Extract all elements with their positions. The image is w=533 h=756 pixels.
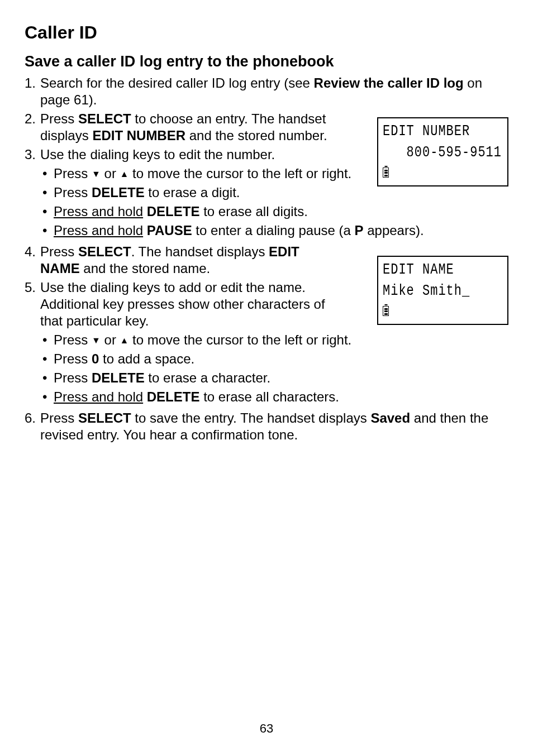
sub-bullet: • Press and hold PAUSE to enter a dialin… [40, 222, 508, 239]
bullet-dot: • [40, 351, 54, 367]
sub-bullet-list: • Press ▼ or ▲ to move the cursor to the… [40, 332, 508, 405]
sub-bullet: • Press and hold DELETE to erase all cha… [40, 389, 508, 405]
step-number: 3. [25, 146, 40, 241]
text: to erase a character. [145, 370, 270, 385]
text: to erase a digit. [145, 185, 240, 200]
underline-text: Press and hold [54, 204, 143, 219]
step-1: 1. Search for the desired caller ID log … [25, 75, 508, 108]
triangle-up-icon: ▲ [120, 169, 129, 179]
triangle-up-icon: ▲ [120, 336, 129, 345]
sub-bullet: • Press ▼ or ▲ to move the cursor to the… [40, 332, 508, 348]
bold-key: P [355, 223, 364, 238]
bold-key: DELETE [147, 204, 200, 219]
triangle-down-icon: ▼ [92, 169, 101, 179]
underline-text: Press and hold [54, 223, 143, 238]
bullet-dot: • [40, 370, 54, 386]
bold-key: 0 [92, 351, 99, 366]
bullet-dot: • [40, 332, 54, 348]
step-6: 6. Press SELECT to save the entry. The h… [25, 410, 508, 443]
bold-key: Saved [370, 410, 410, 425]
bold-key: PAUSE [147, 223, 192, 238]
bullet-dot: • [40, 184, 54, 201]
text: or [101, 332, 120, 347]
page-title-h2: Save a caller ID log entry to the phoneb… [25, 53, 508, 70]
lcd-line: Mike Smith_ [383, 281, 503, 300]
bold-key: SELECT [78, 111, 131, 126]
text: Press [54, 166, 92, 181]
sub-bullet: • Press DELETE to erase a digit. [40, 184, 508, 201]
page-title-h1: Caller ID [25, 22, 508, 43]
text: to enter a dialing pause (a [192, 223, 355, 238]
bullet-body: Press and hold PAUSE to enter a dialing … [54, 222, 508, 239]
battery-icon [383, 304, 503, 321]
bullet-dot: • [40, 389, 54, 405]
text: . The handset displays [131, 244, 269, 259]
lcd-panel-edit-number: EDIT NUMBER 800-595-9511 [377, 117, 508, 186]
bullet-body: Press and hold DELETE to erase all digit… [54, 203, 508, 220]
bullet-body: Press and hold DELETE to erase all chara… [54, 389, 508, 405]
text: Press [40, 410, 78, 425]
step-number: 4. [25, 243, 40, 277]
text: or [101, 166, 120, 181]
bullet-dot: • [40, 165, 54, 182]
text: Use the dialing keys to edit the number. [40, 147, 275, 162]
sub-bullet: • Press DELETE to erase a character. [40, 370, 508, 386]
text: to move the cursor to the left or right. [129, 332, 351, 347]
text: Press [40, 111, 78, 126]
bold-key: SELECT [78, 244, 131, 259]
bold-ref: Review the caller ID log [314, 75, 464, 90]
text: and the stored number. [185, 128, 327, 143]
text: to add a space. [99, 351, 194, 366]
page-number: 63 [0, 721, 533, 736]
underline-text: Press and hold [54, 389, 143, 404]
text: appears). [364, 223, 424, 238]
text: Search for the desired caller ID log ent… [40, 75, 314, 90]
bold-key: SELECT [78, 410, 131, 425]
text [143, 204, 147, 219]
lcd-line: 800-595-9511 [383, 143, 503, 162]
step-body: Press SELECT. The handset displays EDIT … [40, 243, 331, 277]
text [143, 223, 147, 238]
step-number: 1. [25, 75, 40, 108]
bullet-dot: • [40, 222, 54, 239]
lcd-line: EDIT NAME [383, 260, 503, 279]
sub-bullet: • Press and hold DELETE to erase all dig… [40, 203, 508, 220]
text: to save the entry. The handset displays [131, 410, 371, 425]
bullet-body: Press DELETE to erase a character. [54, 370, 508, 386]
battery-icon [383, 166, 503, 183]
step-number: 6. [25, 410, 40, 443]
bullet-body: Press ▼ or ▲ to move the cursor to the l… [54, 332, 508, 348]
step-body: Press SELECT to save the entry. The hand… [40, 410, 508, 443]
step-body: Press SELECT to choose an entry. The han… [40, 111, 331, 144]
bullet-dot: • [40, 203, 54, 220]
text: Press [54, 332, 92, 347]
text: Press [40, 244, 78, 259]
step-number: 2. [25, 111, 40, 144]
text: to erase all digits. [199, 204, 307, 219]
bold-key: DELETE [92, 370, 145, 385]
step-body: Search for the desired caller ID log ent… [40, 75, 487, 108]
text: Use the dialing keys to add or edit the … [40, 279, 331, 329]
lcd-line: EDIT NUMBER [383, 122, 503, 141]
bullet-body: Press 0 to add a space. [54, 351, 508, 367]
sub-bullet: • Press 0 to add a space. [40, 351, 508, 367]
text: and the stored name. [80, 261, 210, 276]
lcd-panel-edit-name: EDIT NAME Mike Smith_ [377, 256, 508, 325]
text [143, 389, 147, 404]
step-number: 5. [25, 279, 40, 408]
text: to move the cursor to the left or right. [129, 166, 351, 181]
bold-key: EDIT NUMBER [92, 128, 185, 143]
triangle-down-icon: ▼ [92, 336, 101, 345]
text: Press [54, 351, 92, 366]
bullet-body: Press DELETE to erase a digit. [54, 184, 508, 201]
content-area: 1. Search for the desired caller ID log … [25, 75, 508, 443]
text: Press [54, 370, 92, 385]
bold-key: DELETE [147, 389, 200, 404]
bold-key: DELETE [92, 185, 145, 200]
text: to erase all characters. [199, 389, 339, 404]
text: Press [54, 185, 92, 200]
